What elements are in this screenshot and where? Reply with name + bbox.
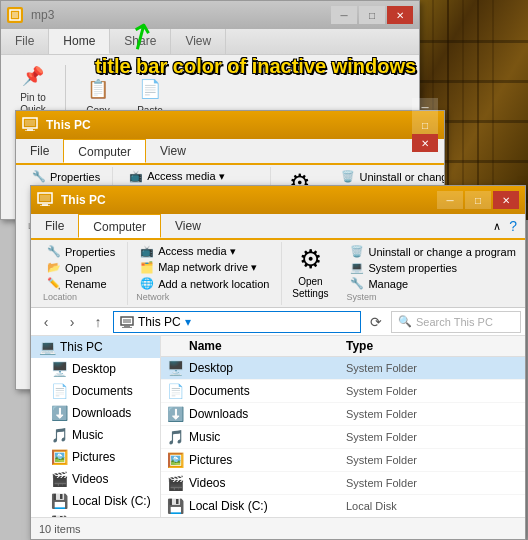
main-access-icon: 📺 [140, 245, 154, 258]
main-ribbon-chevron[interactable]: ∧ [493, 214, 509, 238]
back-close-btn[interactable]: ✕ [387, 6, 413, 24]
mid-close-btn[interactable]: ✕ [412, 134, 438, 152]
svg-rect-23 [123, 319, 131, 323]
main-maximize-btn[interactable]: □ [465, 191, 491, 209]
main-manage-btn[interactable]: 🔧 Manage [346, 276, 412, 291]
main-help-btn[interactable]: ? [509, 214, 525, 238]
main-access-media-btn[interactable]: 📺 Access media ▾ [136, 244, 240, 259]
mid-minimize-btn[interactable]: ─ [412, 98, 438, 116]
file-row-music[interactable]: 🎵 Music System Folder [161, 426, 525, 449]
file-row-downloads[interactable]: ⬇️ Downloads System Folder [161, 403, 525, 426]
back-window-tabs: File Home Share View [1, 29, 419, 55]
disk-c-sidebar-label: Local Disk (C:) [72, 494, 151, 508]
search-placeholder-text: Search This PC [416, 316, 493, 328]
paste-icon: 📄 [136, 75, 164, 103]
name-column-header[interactable]: Name [161, 339, 346, 353]
address-path-bar[interactable]: This PC ▾ [113, 311, 361, 333]
back-tab-view[interactable]: View [171, 29, 226, 54]
file-row-pictures[interactable]: 🖼️ Pictures System Folder [161, 449, 525, 472]
main-map-drive-btn[interactable]: 🗂️ Map network drive ▾ [136, 260, 261, 275]
mid-uninstall-btn[interactable]: 🗑️ Uninstall or change a program [337, 169, 444, 184]
svg-rect-15 [25, 120, 35, 126]
file-row-videos[interactable]: 🎬 Videos System Folder [161, 472, 525, 495]
main-status-bar: 10 items [31, 517, 525, 539]
file-row-disk-c[interactable]: 💾 Local Disk (C:) Local Disk [161, 495, 525, 517]
mid-maximize-btn[interactable]: □ [412, 116, 438, 134]
sidebar-item-local-c[interactable]: 💾 Local Disk (C:) [31, 490, 160, 512]
back-maximize-btn[interactable]: □ [359, 6, 385, 24]
type-column-header[interactable]: Type [346, 339, 496, 353]
mid-uninstall-icon: 🗑️ [341, 170, 355, 183]
documents-sidebar-label: Documents [72, 384, 133, 398]
back-tab-file[interactable]: File [1, 29, 49, 54]
main-tab-file[interactable]: File [31, 214, 78, 238]
sidebar-item-downloads[interactable]: ⬇️ Downloads [31, 402, 160, 424]
main-uninstall-icon: 🗑️ [350, 245, 364, 258]
up-nav-btn[interactable]: ↑ [87, 311, 109, 333]
sidebar-item-music[interactable]: 🎵 Music [31, 424, 160, 446]
mid-tab-view[interactable]: View [146, 139, 200, 163]
sidebar-item-this-pc[interactable]: 💻 This PC [31, 336, 160, 358]
svg-rect-13 [12, 12, 18, 18]
music-file-name: Music [189, 430, 346, 444]
music-file-icon: 🎵 [161, 429, 189, 445]
mid-tab-computer[interactable]: Computer [63, 139, 146, 163]
refresh-btn[interactable]: ⟳ [365, 311, 387, 333]
mid-properties-btn[interactable]: 🔧 Properties [28, 169, 104, 184]
main-props-icon: 🔧 [47, 245, 61, 258]
sidebar-item-documents[interactable]: 📄 Documents [31, 380, 160, 402]
desktop-file-name: Desktop [189, 361, 346, 375]
music-sidebar-icon: 🎵 [51, 427, 67, 443]
documents-file-type: System Folder [346, 385, 496, 397]
main-net-icon: 🌐 [140, 277, 154, 290]
main-window: This PC ─ □ ✕ File Computer View ∧ ? 🔧 P… [30, 185, 526, 540]
main-properties-btn[interactable]: 🔧 Properties [43, 244, 119, 259]
disk-c-file-name: Local Disk (C:) [189, 499, 346, 513]
mid-tab-file[interactable]: File [16, 139, 63, 163]
sidebar-item-desktop[interactable]: 🖥️ Desktop [31, 358, 160, 380]
back-tab-home[interactable]: Home [49, 29, 110, 54]
main-tab-computer[interactable]: Computer [78, 214, 161, 238]
disk-c-file-icon: 💾 [161, 498, 189, 514]
mid-window-controls: ─ □ ✕ [412, 98, 438, 152]
main-add-network-btn[interactable]: 🌐 Add a network location [136, 276, 273, 291]
main-location-label: Location [43, 292, 77, 302]
copy-icon: 📋 [84, 75, 112, 103]
documents-file-icon: 📄 [161, 383, 189, 399]
sidebar-item-pictures[interactable]: 🖼️ Pictures [31, 446, 160, 468]
desktop-sidebar-label: Desktop [72, 362, 116, 376]
main-sys-props-btn[interactable]: 💻 System properties [346, 260, 461, 275]
downloads-file-name: Downloads [189, 407, 346, 421]
forward-nav-btn[interactable]: › [61, 311, 83, 333]
pictures-sidebar-icon: 🖼️ [51, 449, 67, 465]
main-uninstall-btn[interactable]: 🗑️ Uninstall or change a program [346, 244, 519, 259]
pictures-sidebar-label: Pictures [72, 450, 115, 464]
main-minimize-btn[interactable]: ─ [437, 191, 463, 209]
file-row-documents[interactable]: 📄 Documents System Folder [161, 380, 525, 403]
back-minimize-btn[interactable]: ─ [331, 6, 357, 24]
downloads-sidebar-icon: ⬇️ [51, 405, 67, 421]
main-tab-view[interactable]: View [161, 214, 215, 238]
file-row-desktop[interactable]: 🖥️ Desktop System Folder [161, 357, 525, 380]
main-close-btn[interactable]: ✕ [493, 191, 519, 209]
desktop-sidebar-icon: 🖥️ [51, 361, 67, 377]
videos-file-name: Videos [189, 476, 346, 490]
main-ribbon-body: 🔧 Properties 📂 Open ✏️ Rename Location 📺… [31, 240, 525, 308]
back-tab-share[interactable]: Share [110, 29, 171, 54]
svg-rect-25 [122, 327, 132, 328]
main-open-btn[interactable]: 📂 Open [43, 260, 96, 275]
videos-sidebar-icon: 🎬 [51, 471, 67, 487]
main-rename-btn[interactable]: ✏️ Rename [43, 276, 111, 291]
sidebar-item-videos[interactable]: 🎬 Videos [31, 468, 160, 490]
main-location-group: 🔧 Properties 📂 Open ✏️ Rename Location [35, 242, 128, 305]
main-address-bar: ‹ › ↑ This PC ▾ ⟳ 🔍 Search This PC [31, 308, 525, 336]
path-dropdown-arrow[interactable]: ▾ [185, 315, 191, 329]
downloads-sidebar-label: Downloads [72, 406, 131, 420]
back-nav-btn[interactable]: ‹ [35, 311, 57, 333]
pin-icon: 📌 [19, 62, 47, 90]
search-box[interactable]: 🔍 Search This PC [391, 311, 521, 333]
mid-properties-icon: 🔧 [32, 170, 46, 183]
main-open-settings-btn[interactable]: ⚙ Open Settings [282, 242, 338, 305]
mid-access-media-btn[interactable]: 📺 Access media ▾ [125, 169, 229, 184]
svg-rect-21 [40, 205, 50, 206]
